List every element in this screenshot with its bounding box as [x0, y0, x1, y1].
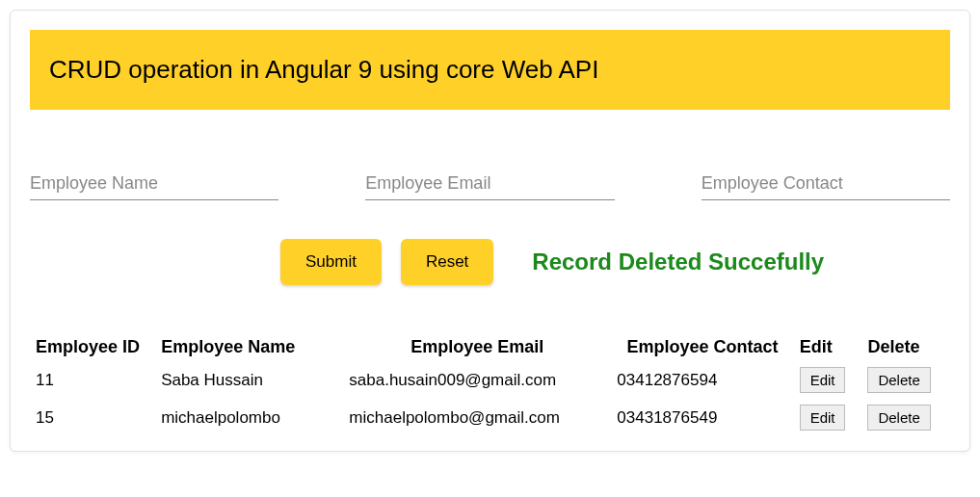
th-edit: Edit — [794, 333, 862, 361]
edit-button[interactable]: Edit — [800, 367, 846, 393]
cell-email: michaelpolombo@gmail.com — [343, 399, 611, 436]
th-name: Employee Name — [155, 333, 343, 361]
reset-button[interactable]: Reset — [401, 239, 493, 285]
th-email: Employee Email — [343, 333, 611, 361]
status-message: Record Deleted Succefully — [532, 248, 824, 275]
cell-id: 15 — [30, 399, 155, 436]
table-row: 15 michaelpolombo michaelpolombo@gmail.c… — [30, 399, 950, 436]
page-title: CRUD operation in Angular 9 using core W… — [30, 30, 950, 110]
main-card: CRUD operation in Angular 9 using core W… — [10, 10, 970, 452]
form-row — [11, 129, 969, 210]
employee-contact-input[interactable] — [702, 168, 950, 200]
th-contact: Employee Contact — [611, 333, 793, 361]
cell-contact: 03412876594 — [611, 361, 793, 399]
table-container: Employee ID Employee Name Employee Email… — [11, 304, 969, 451]
cell-id: 11 — [30, 361, 155, 399]
th-delete: Delete — [861, 333, 950, 361]
delete-button[interactable]: Delete — [867, 367, 930, 393]
table-row: 11 Saba Hussain saba.husain009@gmail.com… — [30, 361, 950, 399]
delete-button[interactable]: Delete — [867, 405, 930, 431]
th-id: Employee ID — [30, 333, 155, 361]
cell-contact: 03431876549 — [611, 399, 793, 436]
employee-name-input[interactable] — [30, 168, 278, 200]
employee-table: Employee ID Employee Name Employee Email… — [30, 333, 950, 436]
employee-email-input[interactable] — [365, 168, 614, 200]
submit-button[interactable]: Submit — [280, 239, 382, 285]
cell-name: Saba Hussain — [155, 361, 343, 399]
action-row: Submit Reset Record Deleted Succefully — [11, 210, 969, 304]
cell-name: michaelpolombo — [155, 399, 343, 436]
cell-email: saba.husain009@gmail.com — [343, 361, 611, 399]
edit-button[interactable]: Edit — [800, 405, 846, 431]
